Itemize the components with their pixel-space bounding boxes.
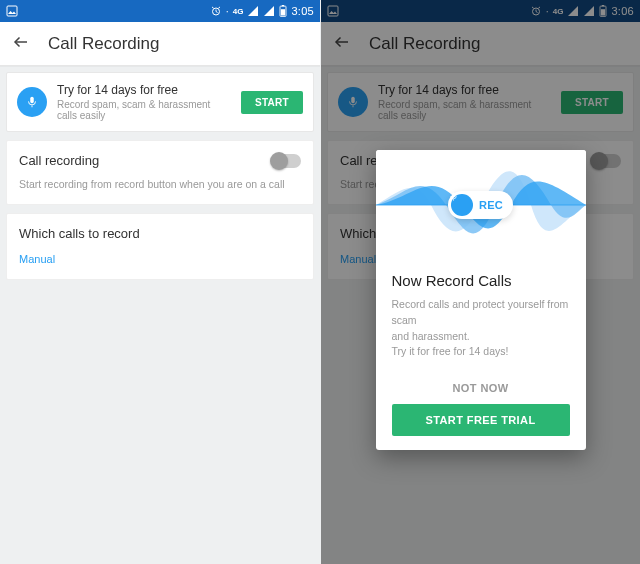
app-bar: Call Recording [0,22,320,66]
dot-icon: · [226,5,229,17]
promo-card: Try for 14 days for free Record spam, sc… [6,72,314,132]
lte-icon: 4G [233,7,244,16]
promo-title: Try for 14 days for free [57,83,231,97]
svg-rect-3 [282,5,284,6]
picture-icon [6,5,18,17]
svg-rect-5 [30,97,34,103]
svg-rect-4 [281,9,285,15]
svg-rect-13 [452,192,455,197]
screenshot-right: · 4G 3:06 Call Recording Try for 14 days… [320,0,640,564]
alarm-icon [210,5,222,17]
dialog-hero: REC [376,150,586,260]
mic-icon [17,87,47,117]
mic-icon [451,194,473,216]
page-title: Call Recording [48,34,160,54]
call-recording-toggle[interactable] [271,154,301,168]
promo-subtitle: Record spam, scam & harassment calls eas… [57,99,231,121]
back-icon[interactable] [12,33,30,55]
not-now-button[interactable]: NOT NOW [392,372,570,404]
signal-icon [263,5,275,17]
status-bar: · 4G 3:05 [0,0,320,22]
start-free-trial-button[interactable]: START FREE TRIAL [392,404,570,436]
start-button[interactable]: START [241,91,303,114]
rec-pill: REC [448,191,513,219]
record-calls-dialog: REC Now Record Calls Record calls and pr… [376,150,586,450]
which-calls-label: Which calls to record [19,226,301,241]
which-calls-value: Manual [19,253,301,265]
call-recording-label: Call recording [19,153,99,168]
status-clock: 3:05 [291,5,314,17]
signal-icon [247,5,259,17]
dialog-desc: Record calls and protect yourself from s… [392,297,570,360]
dialog-title: Now Record Calls [392,272,570,289]
call-recording-desc: Start recording from record button when … [19,178,301,190]
screenshot-left: · 4G 3:05 Call Recording Try for 14 days… [0,0,320,564]
which-calls-section[interactable]: Which calls to record Manual [6,213,314,280]
battery-icon [279,5,287,17]
call-recording-section: Call recording Start recording from reco… [6,140,314,205]
svg-rect-0 [7,6,17,16]
rec-label: REC [479,199,503,211]
